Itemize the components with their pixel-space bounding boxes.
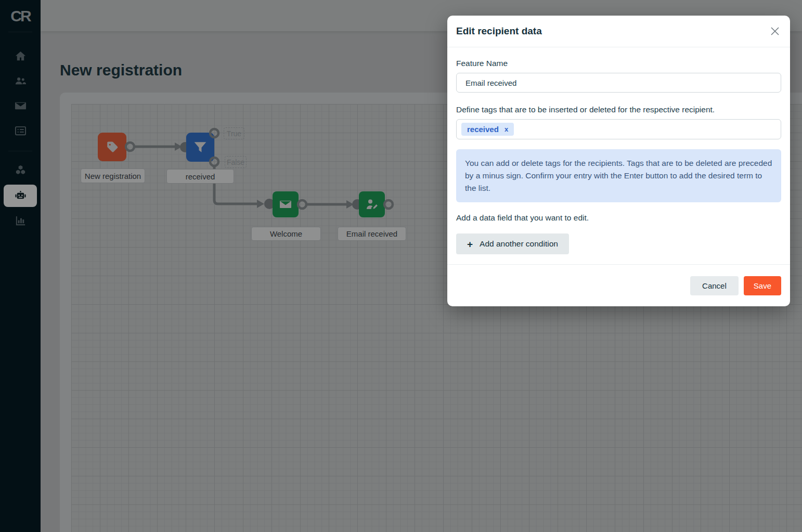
close-button[interactable] (769, 25, 781, 37)
save-button[interactable]: Save (744, 276, 781, 295)
tags-label: Define tags that are to be inserted or d… (456, 105, 781, 114)
cancel-button[interactable]: Cancel (690, 276, 739, 295)
tag-chip: received x (461, 123, 514, 136)
tags-input[interactable]: received x (456, 119, 781, 139)
close-icon (769, 25, 781, 37)
add-another-condition-button[interactable]: + Add another condition (456, 233, 569, 254)
tag-chip-text: received (467, 125, 499, 134)
plus-icon: + (467, 239, 473, 249)
modal-title: Edit recipient data (456, 25, 542, 37)
tag-remove-button[interactable]: x (505, 125, 508, 133)
feature-name-label: Feature Name (456, 59, 781, 68)
feature-name-input[interactable] (456, 73, 781, 93)
tags-info-box: You can add or delete tags for the recip… (456, 149, 781, 202)
add-another-condition-label: Add another condition (480, 239, 558, 249)
data-field-text: Add a data field that you want to edit. (456, 213, 781, 223)
modal-header: Edit recipient data (447, 16, 790, 47)
edit-recipient-data-modal: Edit recipient data Feature Name Define … (447, 16, 790, 306)
modal-footer: Cancel Save (447, 264, 790, 306)
modal-body: Feature Name Define tags that are to be … (447, 47, 790, 254)
